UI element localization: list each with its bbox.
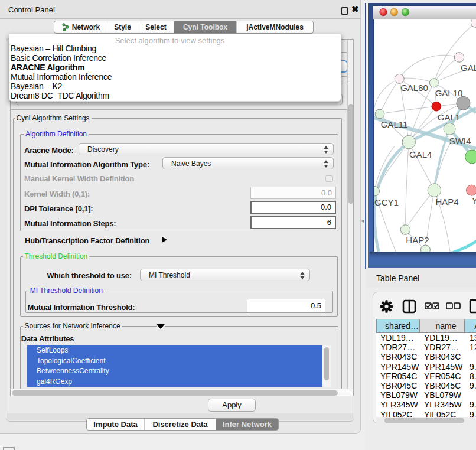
svg-text:GAL7: GAL7 [461,63,476,73]
svg-text:GAL80: GAL80 [400,83,428,93]
svg-text:GAL10: GAL10 [435,88,463,98]
svg-text:GAL1: GAL1 [438,112,460,122]
svg-text:SWI4: SWI4 [449,136,471,146]
svg-text:HAP4: HAP4 [435,197,458,207]
svg-text:HAP2: HAP2 [406,235,429,245]
svg-text:YM: YM [472,195,476,206]
svg-text:GCY1: GCY1 [374,197,399,207]
svg-text:GAL4: GAL4 [409,149,432,159]
svg-text:GAL11: GAL11 [381,119,408,129]
